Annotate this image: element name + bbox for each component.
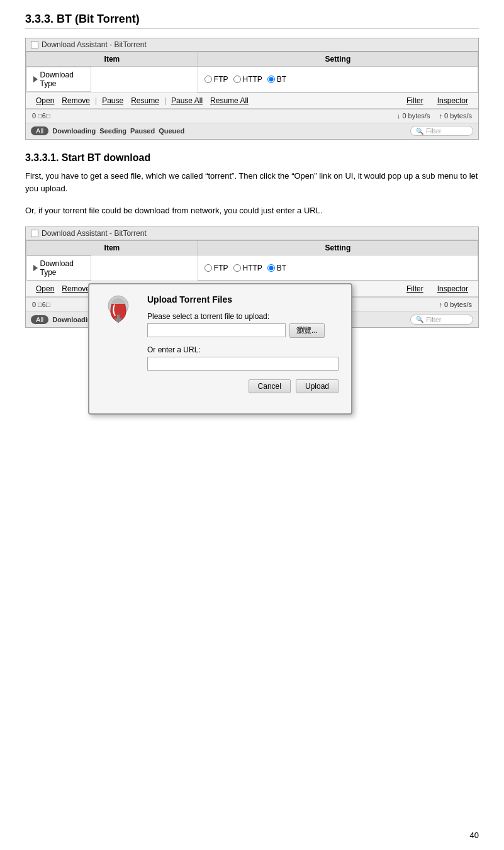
setting-cell: FTP HTTP BT [198,67,478,92]
titlebar-icon2 [31,230,38,237]
panel1: Download Assistant - BitTorrent Item Set… [25,38,479,140]
up-speed: ↑ 0 bytes/s [439,112,472,120]
file-input-row: 瀏覽... [147,323,339,338]
col-header-setting: Setting [198,52,478,67]
cancel-button[interactable]: Cancel [249,379,291,393]
resume-all-link[interactable]: Resume All [206,96,252,105]
upload-torrent-icon [99,294,137,332]
dialog-header: Upload Torrent Files Please select a tor… [99,294,339,393]
radio-group: FTP HTTP BT [204,75,471,84]
panel1-table: Item Setting Download Type FTP HTTP [26,52,478,92]
remove-link[interactable]: Remove [58,96,94,105]
open-link[interactable]: Open [32,96,58,105]
panel1-statusbar: 0 □6□ ↓ 0 bytes/s ↑ 0 bytes/s [26,109,478,123]
page-number: 40 [470,830,479,840]
p2-inspector-link[interactable]: Inspector [434,284,472,293]
tab-all[interactable]: All [31,126,48,135]
resume-link[interactable]: Resume [127,96,163,105]
p2-filter-icon: 🔍 [416,316,423,323]
p2-col-header-setting: Setting [198,240,478,255]
p2-status-left: 0 □6□ [32,301,50,308]
tab-queued[interactable]: Queued [159,127,184,135]
panel2-wrapper: Download Assistant - BitTorrent Item Set… [25,226,479,328]
panel1-titlebar: Download Assistant - BitTorrent [26,38,478,52]
dialog-title: Upload Torrent Files [147,294,339,305]
p2-filter-input[interactable]: 🔍 Filter [410,315,473,325]
status-left: 0 □6□ [32,112,50,120]
filter-link[interactable]: Filter [403,96,427,105]
radio-ftp[interactable]: FTP [204,75,228,84]
sep1: | [95,96,97,105]
p2-item-label: Download Type [40,259,84,277]
panel2-table: Item Setting Download Type FTP [26,240,478,281]
p2-radio-http[interactable]: HTTP [233,264,262,272]
titlebar-icon [31,41,38,48]
filter-input[interactable]: 🔍 Filter [410,126,473,136]
sep2: | [164,96,166,105]
dialog-buttons: Cancel Upload [147,379,339,393]
down-speed: ↓ 0 bytes/s [397,112,430,120]
p2-filter-placeholder: Filter [426,316,441,323]
p2-col-header-item: Item [26,240,198,255]
upload-dialog: Upload Torrent Files Please select a tor… [88,283,352,415]
panel2-titlebar: Download Assistant - BitTorrent [26,227,478,240]
panel2-titlebar-text: Download Assistant - BitTorrent [42,229,147,238]
p2-radio-ftp[interactable]: FTP [204,264,228,272]
expand-icon [33,76,38,82]
url-label: Or enter a URL: [147,345,339,354]
upload-button[interactable]: Upload [296,379,339,393]
p2-expand-icon [33,265,38,271]
p2-radio-bt[interactable]: BT [267,264,286,272]
p2-filter-link[interactable]: Filter [403,284,427,293]
filter-placeholder: Filter [426,127,441,135]
p2-item-cell: Download Type [26,255,91,281]
filter-icon: 🔍 [416,128,423,135]
status-speeds: ↓ 0 bytes/s ↑ 0 bytes/s [397,112,472,120]
p2-up-speed: ↑ 0 bytes/s [439,301,472,308]
p2-tab-all[interactable]: All [31,315,48,324]
section2-title: 3.3.3.1. Start BT download [25,152,479,164]
file-label: Please select a torrent file to upload: [147,312,339,321]
p2-toolbar-right: Filter Inspector [403,284,472,293]
tab-downloading[interactable]: Downloading [52,127,96,135]
p2-open-link[interactable]: Open [32,284,58,293]
tab-seeding[interactable]: Seeding [99,127,126,135]
section2-desc1: First, you have to get a seed file, whic… [25,170,479,196]
table-row: Download Type FTP HTTP BT [26,255,478,281]
pause-link[interactable]: Pause [98,96,127,105]
pause-all-link[interactable]: Pause All [167,96,206,105]
panel1-toolbar: Open Remove | Pause Resume | Pause All R… [26,92,478,109]
p2-radio-group: FTP HTTP BT [204,264,471,272]
url-input[interactable] [147,357,339,371]
p2-status-speeds: ↑ 0 bytes/s [439,301,472,308]
item-label: Download Type [40,70,84,88]
section2-desc2: Or, if your torrent file could be downlo… [25,204,479,218]
panel1-filterbar: All Downloading Seeding Paused Queued 🔍 … [26,123,478,139]
browse-button[interactable]: 瀏覽... [289,323,325,338]
radio-bt[interactable]: BT [267,75,286,84]
radio-http[interactable]: HTTP [233,75,262,84]
file-input[interactable] [147,323,286,337]
toolbar-right: Filter Inspector [403,96,472,105]
tab-paused[interactable]: Paused [130,127,155,135]
panel1-titlebar-text: Download Assistant - BitTorrent [42,40,147,49]
svg-rect-3 [117,315,120,321]
p2-setting-cell: FTP HTTP BT [198,255,478,281]
section1-title: 3.3.3. BT (Bit Torrent) [25,13,479,29]
table-row: Download Type FTP HTTP BT [26,67,478,92]
col-header-item: Item [26,52,198,67]
dialog-body: Upload Torrent Files Please select a tor… [147,294,339,393]
inspector-link[interactable]: Inspector [434,96,472,105]
item-cell: Download Type [26,67,91,92]
